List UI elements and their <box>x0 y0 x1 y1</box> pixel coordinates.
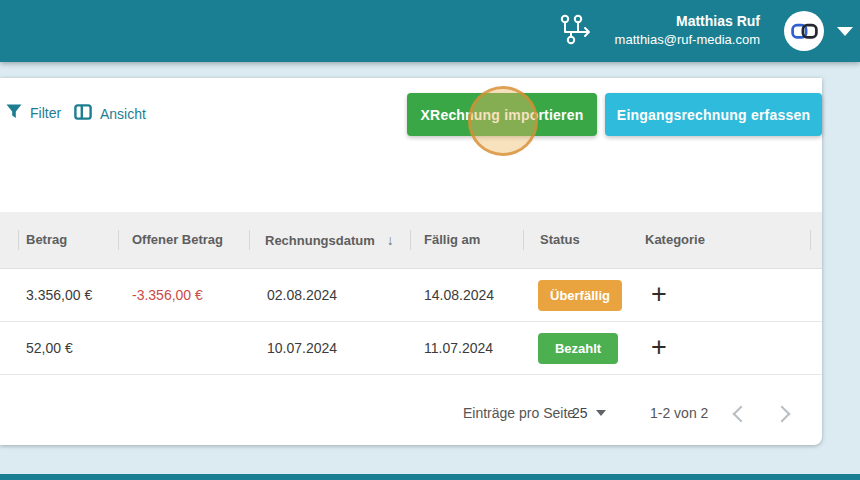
funnel-icon <box>6 104 22 122</box>
column-divider <box>410 230 411 250</box>
avatar[interactable] <box>784 11 824 51</box>
chain-link-logo-icon <box>791 22 818 41</box>
items-per-page-select[interactable]: 25 <box>572 399 620 427</box>
column-header-kategorie[interactable]: Kategorie <box>645 232 705 247</box>
items-per-page-label: Einträge pro Seite <box>463 405 575 421</box>
column-header-faellig-am[interactable]: Fällig am <box>424 232 480 247</box>
bottom-bar <box>0 474 860 480</box>
create-invoice-button[interactable]: Eingangsrechnung erfassen <box>605 93 822 136</box>
add-category-button[interactable]: + <box>644 269 674 321</box>
column-header-rechnungsdatum[interactable]: Rechnungsdatum↓ <box>265 232 394 248</box>
column-header-offener-betrag[interactable]: Offener Betrag <box>132 232 223 247</box>
workflow-icon[interactable] <box>558 13 594 51</box>
sort-descending-icon: ↓ <box>387 232 394 248</box>
column-divider <box>118 230 119 250</box>
user-info: Matthias Ruf matthias@ruf-media.com <box>615 12 760 49</box>
column-divider <box>810 230 811 250</box>
status-badge-paid: Bezahlt <box>538 333 618 364</box>
cell-betrag: 52,00 € <box>26 322 73 374</box>
table-row[interactable]: 3.356,00 € -3.356,00 € 02.08.2024 14.08.… <box>0 269 822 322</box>
table-row[interactable]: 52,00 € 10.07.2024 11.07.2024 Bezahlt + <box>0 322 822 375</box>
column-header-label: Rechnungsdatum <box>265 233 375 248</box>
column-divider <box>249 230 250 250</box>
columns-icon <box>74 104 92 123</box>
column-header-betrag[interactable]: Betrag <box>26 232 67 247</box>
cell-faellig-am: 11.07.2024 <box>424 322 493 374</box>
invoice-list-page: Matthias Ruf matthias@ruf-media.com Filt… <box>0 0 860 480</box>
add-category-button[interactable]: + <box>644 322 674 374</box>
page-range-label: 1-2 von 2 <box>650 405 708 421</box>
filter-button[interactable]: Filter <box>6 104 61 122</box>
column-divider <box>523 230 524 250</box>
chevron-down-icon[interactable] <box>837 27 853 36</box>
user-email: matthias@ruf-media.com <box>615 31 760 49</box>
user-name: Matthias Ruf <box>615 12 760 31</box>
cell-betrag: 3.356,00 € <box>26 269 92 321</box>
cell-offener-betrag: -3.356,00 € <box>132 269 203 321</box>
column-header-status[interactable]: Status <box>540 232 580 247</box>
column-divider <box>18 230 19 250</box>
filter-label: Filter <box>30 105 61 121</box>
cell-rechnungsdatum: 02.08.2024 <box>267 269 337 321</box>
chevron-down-icon <box>596 410 606 416</box>
table-header-row: Betrag Offener Betrag Rechnungsdatum↓ Fä… <box>0 212 822 269</box>
import-xrechnung-button[interactable]: XRechnung importieren <box>407 93 597 136</box>
cell-rechnungsdatum: 10.07.2024 <box>267 322 337 374</box>
cell-faellig-am: 14.08.2024 <box>424 269 494 321</box>
items-per-page-value: 25 <box>572 405 588 421</box>
view-button[interactable]: Ansicht <box>74 104 146 123</box>
app-header-bar: Matthias Ruf matthias@ruf-media.com <box>0 0 860 62</box>
status-badge-overdue: Überfällig <box>538 280 622 311</box>
view-label: Ansicht <box>100 106 146 122</box>
